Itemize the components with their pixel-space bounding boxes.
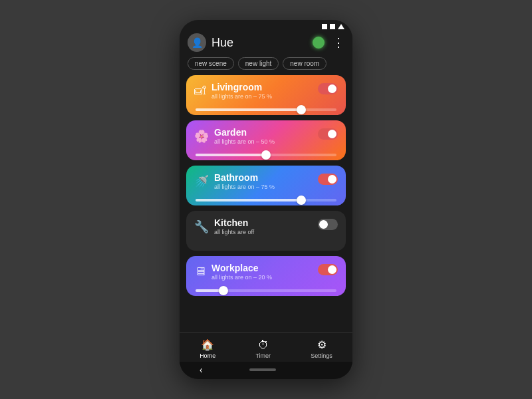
room-status-livingroom: all lights are on – 75 % bbox=[211, 93, 272, 100]
toggle-bathroom[interactable] bbox=[318, 174, 338, 185]
room-icon-bathroom: 🚿 bbox=[194, 174, 209, 189]
slider-track-workplace bbox=[196, 289, 336, 292]
room-card-bathroom[interactable]: 🚿Bathroomall lights are on – 75 % bbox=[186, 166, 346, 205]
room-info-kitchen: 🔧Kitchenall lights are off bbox=[194, 217, 254, 235]
slider-thumb-livingroom bbox=[297, 105, 306, 114]
room-status-garden: all lights are on – 50 % bbox=[214, 138, 275, 145]
system-navigation: ‹ bbox=[180, 362, 352, 379]
rooms-list: 🛋Livingroomall lights are on – 75 %🌸Gard… bbox=[180, 75, 352, 332]
more-options-icon[interactable]: ⋮ bbox=[332, 35, 344, 50]
room-name-workplace: Workplace bbox=[211, 263, 272, 273]
room-info-workplace: 🖥Workplaceall lights are on – 20 % bbox=[194, 263, 272, 281]
room-icon-livingroom: 🛋 bbox=[194, 84, 206, 98]
room-card-top-garden: 🌸Gardenall lights are on – 50 % bbox=[194, 127, 338, 145]
room-card-garden[interactable]: 🌸Gardenall lights are on – 50 % bbox=[186, 120, 346, 160]
new-scene-button[interactable]: new scene bbox=[188, 57, 234, 70]
room-icon-kitchen: 🔧 bbox=[194, 219, 209, 234]
nav-timer-label: Timer bbox=[255, 352, 271, 359]
room-name-garden: Garden bbox=[214, 127, 275, 138]
status-icon-2 bbox=[330, 24, 335, 29]
bottom-navigation: 🏠 Home ⏱ Timer ⚙ Settings bbox=[180, 332, 352, 362]
toggle-knob-workplace bbox=[328, 265, 336, 274]
room-info-garden: 🌸Gardenall lights are on – 50 % bbox=[194, 127, 275, 145]
room-card-top-bathroom: 🚿Bathroomall lights are on – 75 % bbox=[194, 172, 338, 190]
room-status-workplace: all lights are on – 20 % bbox=[211, 274, 272, 281]
toggle-knob-livingroom bbox=[328, 84, 336, 93]
slider-track-bathroom bbox=[196, 199, 336, 201]
app-title: Hue bbox=[211, 36, 307, 50]
room-card-top-workplace: 🖥Workplaceall lights are on – 20 % bbox=[194, 263, 338, 281]
nav-home-label: Home bbox=[200, 352, 215, 359]
slider-track-livingroom bbox=[196, 108, 336, 111]
room-icon-workplace: 🖥 bbox=[194, 265, 206, 279]
status-bar bbox=[180, 20, 352, 31]
toggle-knob-kitchen bbox=[319, 220, 328, 229]
slider-container-garden[interactable] bbox=[194, 154, 338, 156]
home-icon: 🏠 bbox=[201, 338, 214, 351]
room-name-bathroom: Bathroom bbox=[214, 172, 275, 183]
home-bar[interactable] bbox=[249, 368, 276, 371]
slider-thumb-bathroom bbox=[297, 196, 306, 205]
action-buttons-row: new scene new light new room bbox=[180, 57, 352, 75]
slider-container-workplace[interactable] bbox=[194, 289, 338, 292]
nav-timer[interactable]: ⏱ Timer bbox=[255, 339, 271, 359]
room-status-kitchen: all lights are off bbox=[214, 229, 254, 235]
room-name-livingroom: Livingroom bbox=[211, 82, 272, 92]
toggle-garden[interactable] bbox=[318, 128, 338, 140]
toggle-knob-bathroom bbox=[328, 175, 336, 184]
room-card-top-kitchen: 🔧Kitchenall lights are off bbox=[194, 217, 338, 235]
nav-settings[interactable]: ⚙ Settings bbox=[311, 338, 332, 359]
room-status-bathroom: all lights are on – 75 % bbox=[214, 184, 275, 190]
timer-icon: ⏱ bbox=[258, 339, 269, 351]
room-card-workplace[interactable]: 🖥Workplaceall lights are on – 20 % bbox=[186, 256, 346, 296]
power-status-dot bbox=[313, 37, 325, 49]
new-room-button[interactable]: new room bbox=[283, 57, 327, 70]
settings-icon: ⚙ bbox=[317, 338, 327, 351]
slider-container-bathroom[interactable] bbox=[194, 199, 338, 201]
room-card-livingroom[interactable]: 🛋Livingroomall lights are on – 75 % bbox=[186, 75, 346, 115]
slider-fill-bathroom bbox=[196, 199, 301, 201]
room-card-top-livingroom: 🛋Livingroomall lights are on – 75 % bbox=[194, 82, 338, 100]
slider-container-livingroom[interactable] bbox=[194, 108, 338, 111]
avatar-icon: 👤 bbox=[192, 37, 203, 48]
room-card-kitchen[interactable]: 🔧Kitchenall lights are off bbox=[186, 211, 346, 251]
avatar[interactable]: 👤 bbox=[188, 33, 206, 52]
nav-home[interactable]: 🏠 Home bbox=[200, 338, 215, 359]
toggle-workplace[interactable] bbox=[318, 264, 338, 275]
back-icon[interactable]: ‹ bbox=[200, 364, 203, 375]
phone-frame: 👤 Hue ⋮ new scene new light new room 🛋Li… bbox=[180, 20, 352, 379]
room-info-bathroom: 🚿Bathroomall lights are on – 75 % bbox=[194, 172, 275, 190]
new-light-button[interactable]: new light bbox=[238, 57, 279, 70]
slider-track-garden bbox=[196, 154, 336, 156]
room-info-livingroom: 🛋Livingroomall lights are on – 75 % bbox=[194, 82, 272, 100]
app-header: 👤 Hue ⋮ bbox=[180, 31, 352, 57]
toggle-kitchen[interactable] bbox=[318, 219, 338, 230]
room-name-kitchen: Kitchen bbox=[214, 217, 254, 228]
nav-settings-label: Settings bbox=[311, 352, 332, 359]
room-icon-garden: 🌸 bbox=[194, 129, 209, 144]
toggle-livingroom[interactable] bbox=[318, 83, 338, 94]
status-icon-3 bbox=[338, 24, 344, 29]
slider-thumb-workplace bbox=[219, 286, 228, 295]
slider-fill-garden bbox=[196, 154, 266, 156]
toggle-knob-garden bbox=[328, 130, 336, 138]
status-icon-1 bbox=[322, 24, 327, 29]
slider-thumb-garden bbox=[261, 150, 271, 160]
slider-fill-livingroom bbox=[196, 108, 301, 111]
